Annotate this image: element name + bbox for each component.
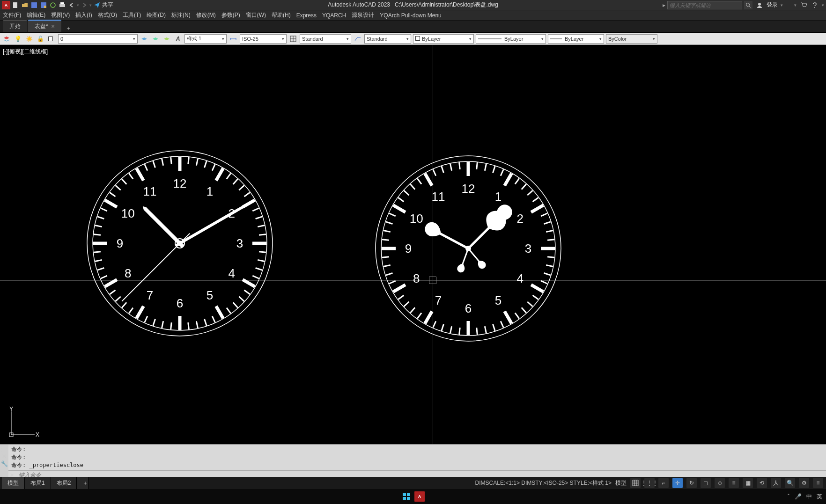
menu-format[interactable]: 格式(O) (98, 11, 117, 19)
add-layout-button[interactable]: ＋ (77, 477, 88, 489)
ime-mode[interactable]: 英 (817, 493, 822, 501)
menu-dim[interactable]: 标注(N) (171, 11, 191, 19)
tablestyle-icon[interactable] (288, 34, 298, 44)
undo-icon[interactable] (67, 1, 76, 9)
search-input[interactable] (667, 1, 742, 9)
snap-icon[interactable]: ⋮⋮⋮ (644, 478, 655, 488)
web-icon[interactable] (49, 1, 57, 9)
annoscale-icon[interactable]: 🔍 (785, 478, 795, 488)
menu-express[interactable]: Express (296, 12, 317, 19)
viewport-label[interactable]: [-][俯视][二维线框] (3, 48, 48, 56)
ortho-icon[interactable]: ⌐ (658, 478, 669, 488)
annomon-icon[interactable]: 人 (771, 478, 781, 488)
app-logo[interactable]: A (2, 1, 10, 9)
mic-icon[interactable]: 🎤 (795, 493, 802, 500)
svg-line-133 (417, 313, 421, 319)
cycling-icon[interactable]: ⟲ (757, 478, 767, 488)
plotstyle-combo[interactable]: ByColor▾ (606, 34, 657, 44)
layer-prev-icon[interactable] (151, 34, 160, 44)
search-icon[interactable] (744, 1, 752, 9)
ime-lang[interactable]: 中 (806, 493, 812, 501)
menu-param[interactable]: 参数(P) (221, 11, 240, 19)
open-icon[interactable] (21, 1, 29, 9)
layer-match-icon[interactable] (140, 34, 149, 44)
customize-icon[interactable]: ≡ (813, 478, 823, 488)
textstyle-combo[interactable]: 样式 1▾ (184, 34, 227, 44)
lwt-icon[interactable]: ≡ (729, 478, 739, 488)
undo-dropdown-icon[interactable]: ▾ (77, 3, 79, 7)
layer-sun-icon[interactable]: ☀️ (24, 34, 34, 44)
menu-help[interactable]: 帮助(H) (272, 11, 291, 19)
linetype-combo[interactable]: ByLayer▾ (476, 34, 546, 44)
layer-lock-icon[interactable]: 🔓 (36, 34, 45, 44)
lineweight-combo[interactable]: ByLayer▾ (548, 34, 604, 44)
mleaderstyle-combo[interactable]: Standard▾ (364, 34, 411, 44)
cmd-settings-icon[interactable]: 🔧 (1, 460, 8, 467)
save-icon[interactable] (30, 1, 38, 9)
menu-yqarch[interactable]: YQARCH (322, 12, 346, 19)
cmd-close-icon[interactable]: ✕ (2, 453, 7, 460)
polar-icon[interactable]: ✛ (672, 478, 683, 488)
svg-line-117 (531, 285, 543, 292)
app-menu-dropdown-icon[interactable]: ▾ (794, 3, 796, 7)
tray-chevron-icon[interactable]: ˄ (787, 493, 790, 500)
redo-icon[interactable] (80, 1, 88, 9)
workspace-icon[interactable]: ⚙ (799, 478, 809, 488)
menu-modify[interactable]: 修改(M) (196, 11, 216, 19)
svg-rect-181 (403, 497, 406, 500)
svg-line-132 (425, 311, 432, 323)
taskbar-autocad-icon[interactable]: A (414, 491, 425, 502)
cart-icon[interactable] (799, 1, 808, 9)
infocenter-search[interactable]: ▸ (663, 1, 752, 9)
dimstyle-combo[interactable]: ISO-25▾ (240, 34, 287, 44)
layer-color-icon[interactable] (47, 34, 56, 44)
layer-state-icon[interactable] (162, 34, 171, 44)
svg-line-128 (459, 328, 460, 335)
status-model-label[interactable]: 模型 (615, 479, 627, 487)
tab-start[interactable]: 开始 (3, 20, 27, 32)
saveas-icon[interactable] (39, 1, 48, 9)
login-dropdown-icon[interactable]: ▾ (781, 3, 783, 7)
menu-file[interactable]: 文件(F) (3, 11, 21, 19)
share-icon[interactable] (93, 1, 101, 9)
add-tab-button[interactable]: ＋ (64, 24, 73, 32)
plot-icon[interactable] (58, 1, 66, 9)
share-label[interactable]: 共享 (102, 1, 113, 9)
menu-view[interactable]: 视图(V) (51, 11, 70, 19)
svg-line-139 (386, 273, 392, 276)
tab-current-doc[interactable]: 表盘*✕ (28, 20, 61, 32)
menu-edit[interactable]: 编辑(E) (27, 11, 45, 19)
menu-insert[interactable]: 插入(I) (75, 11, 92, 19)
transparency-icon[interactable]: ▦ (743, 478, 753, 488)
tablestyle-combo[interactable]: Standard▾ (300, 34, 351, 44)
menu-draw[interactable]: 绘图(D) (147, 11, 166, 19)
menu-yqarch-pulldown[interactable]: YQArch Pull-down Menu (380, 12, 441, 19)
login-button[interactable]: 登录 (767, 1, 778, 9)
layout-tab-1[interactable]: 布局1 (25, 477, 51, 489)
svg-line-106 (533, 197, 538, 202)
3dosnap-icon[interactable]: ◇ (715, 478, 725, 488)
osnap-icon[interactable]: ◻ (701, 478, 711, 488)
layer-manager-icon[interactable] (2, 34, 11, 44)
menu-yuanquan[interactable]: 源泉设计 (352, 11, 374, 19)
layer-light-icon[interactable]: 💡 (13, 34, 22, 44)
drawing-canvas[interactable]: [-][俯视][二维线框] 121234567891011 1212345678… (0, 45, 826, 444)
new-icon[interactable] (11, 1, 20, 9)
redo-dropdown-icon[interactable]: ▾ (89, 3, 92, 7)
font-icon[interactable]: A (173, 34, 183, 44)
layer-combo[interactable]: 0▾ (58, 34, 138, 44)
color-combo[interactable]: ByLayer▾ (413, 34, 474, 44)
help-icon[interactable] (811, 1, 819, 9)
help-dropdown-icon[interactable]: ▾ (822, 3, 824, 7)
menu-tools[interactable]: 工具(T) (123, 11, 141, 19)
menu-window[interactable]: 窗口(W) (246, 11, 266, 19)
grid-icon[interactable] (630, 478, 641, 488)
mleader-icon[interactable] (353, 34, 362, 44)
dimstyle-icon[interactable] (229, 34, 238, 44)
start-icon[interactable] (401, 491, 412, 502)
layout-tab-2[interactable]: 布局2 (51, 477, 77, 489)
user-icon[interactable] (755, 1, 764, 9)
close-icon[interactable]: ✕ (51, 24, 55, 29)
isodraft-icon[interactable]: ↻ (686, 478, 697, 488)
layout-tab-model[interactable]: 模型 (2, 477, 25, 489)
